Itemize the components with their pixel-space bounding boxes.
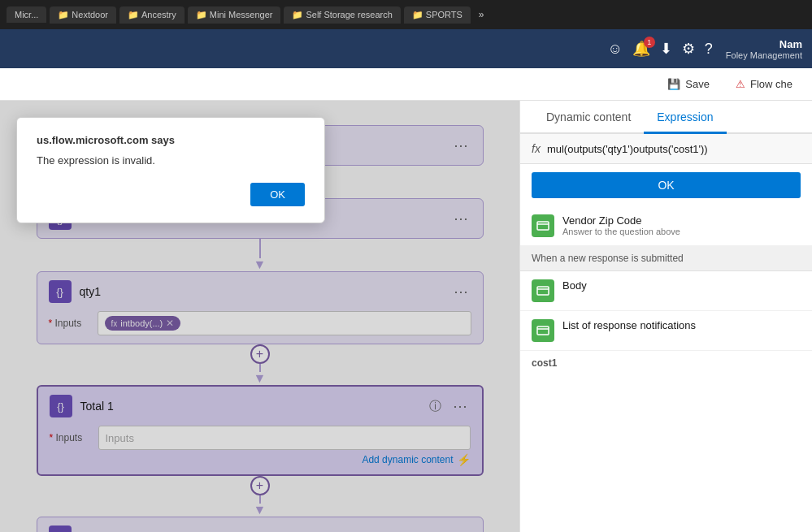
flow-check-icon: ⚠ bbox=[736, 78, 745, 90]
browser-tab-micr[interactable]: Micr... bbox=[7, 6, 46, 23]
right-panel: Dynamic content Expression fx mul(output… bbox=[519, 101, 812, 532]
panel-item-vendor-zip-text: Vendor Zip Code Answer to the question a… bbox=[562, 214, 680, 236]
browser-bar: Micr... 📁Nextdoor 📁Ancestry 📁Mini Messen… bbox=[0, 0, 812, 29]
toolbar: 💾 Save ⚠ Flow che bbox=[0, 68, 812, 101]
body-title: Body bbox=[562, 279, 587, 292]
expression-bar: fx mul(outputs('qty1')outputs('cost1')) bbox=[520, 134, 812, 164]
panel-tabs: Dynamic content Expression bbox=[520, 101, 812, 134]
user-name: Nam bbox=[726, 38, 802, 50]
browser-tab-mini-messenger[interactable]: 📁Mini Messenger bbox=[188, 6, 281, 24]
panel-item-notifications[interactable]: List of response notifications bbox=[520, 311, 812, 351]
flow-canvas: {} Compose 12 ⋯ ▼ {} cost1 ⋯ bbox=[0, 101, 519, 532]
vendor-zip-subtitle: Answer to the question above bbox=[562, 227, 680, 236]
save-button[interactable]: 💾 Save bbox=[661, 75, 716, 93]
panel-section-cost1-label: cost1 bbox=[520, 351, 812, 372]
flow-check-button[interactable]: ⚠ Flow che bbox=[729, 75, 799, 93]
user-info: Nam Foley Management bbox=[726, 38, 802, 60]
browser-tab-ancestry[interactable]: 📁Ancestry bbox=[119, 6, 185, 24]
browser-tab-self-storage[interactable]: 📁Self Storage research bbox=[284, 6, 400, 24]
panel-section-header: When a new response is submitted bbox=[520, 246, 812, 271]
panel-item-notifications-icon bbox=[532, 319, 554, 342]
panel-item-notifications-text: List of response notifications bbox=[562, 319, 696, 331]
dialog-actions: OK bbox=[37, 183, 305, 206]
tab-expression[interactable]: Expression bbox=[644, 101, 726, 134]
notifications-title: List of response notifications bbox=[562, 319, 696, 331]
emoji-icon[interactable]: ☺ bbox=[607, 41, 622, 58]
settings-icon[interactable]: ⚙ bbox=[682, 40, 695, 58]
app-header: ☺ 🔔 1 ⬇ ⚙ ? Nam Foley Management bbox=[0, 29, 812, 68]
browser-tab-nextdoor[interactable]: 📁Nextdoor bbox=[50, 6, 116, 24]
dialog-overlay: us.flow.microsoft.com says The expressio… bbox=[0, 101, 519, 532]
panel-item-body-text: Body bbox=[562, 279, 587, 292]
header-icons: ☺ 🔔 1 ⬇ ⚙ ? bbox=[607, 40, 712, 58]
dialog-message: The expression is invalid. bbox=[37, 154, 305, 167]
svg-rect-0 bbox=[537, 222, 549, 230]
download-icon[interactable]: ⬇ bbox=[660, 40, 672, 58]
panel-item-vendor-zip[interactable]: Vendor Zip Code Answer to the question a… bbox=[520, 206, 812, 246]
vendor-zip-title: Vendor Zip Code bbox=[562, 214, 680, 227]
panel-item-body[interactable]: Body bbox=[520, 271, 812, 311]
save-icon: 💾 bbox=[667, 78, 680, 90]
notification-icon[interactable]: 🔔 1 bbox=[632, 40, 650, 58]
main-content: {} Compose 12 ⋯ ▼ {} cost1 ⋯ bbox=[0, 101, 812, 532]
svg-rect-2 bbox=[537, 327, 549, 335]
browser-tabs: Micr... 📁Nextdoor 📁Ancestry 📁Mini Messen… bbox=[7, 6, 805, 24]
help-icon[interactable]: ? bbox=[705, 41, 713, 58]
panel-item-body-icon bbox=[532, 279, 554, 302]
dialog-ok-button[interactable]: OK bbox=[250, 183, 305, 206]
expression-input[interactable]: mul(outputs('qty1')outputs('cost1')) bbox=[547, 143, 801, 155]
fx-label: fx bbox=[532, 142, 541, 155]
browser-tab-sports[interactable]: 📁SPORTS bbox=[404, 6, 471, 24]
user-org: Foley Management bbox=[726, 50, 802, 60]
dialog-origin: us.flow.microsoft.com says bbox=[37, 134, 305, 146]
panel-scroll-area[interactable]: Vendor Zip Code Answer to the question a… bbox=[520, 206, 812, 532]
more-tabs-button[interactable]: » bbox=[474, 6, 489, 24]
notification-badge: 1 bbox=[644, 37, 655, 48]
panel-ok-button[interactable]: OK bbox=[532, 172, 801, 198]
dialog-box: us.flow.microsoft.com says The expressio… bbox=[16, 117, 325, 223]
svg-rect-1 bbox=[537, 287, 549, 295]
panel-item-vendor-zip-icon bbox=[532, 214, 554, 237]
tab-dynamic-content[interactable]: Dynamic content bbox=[533, 101, 644, 134]
